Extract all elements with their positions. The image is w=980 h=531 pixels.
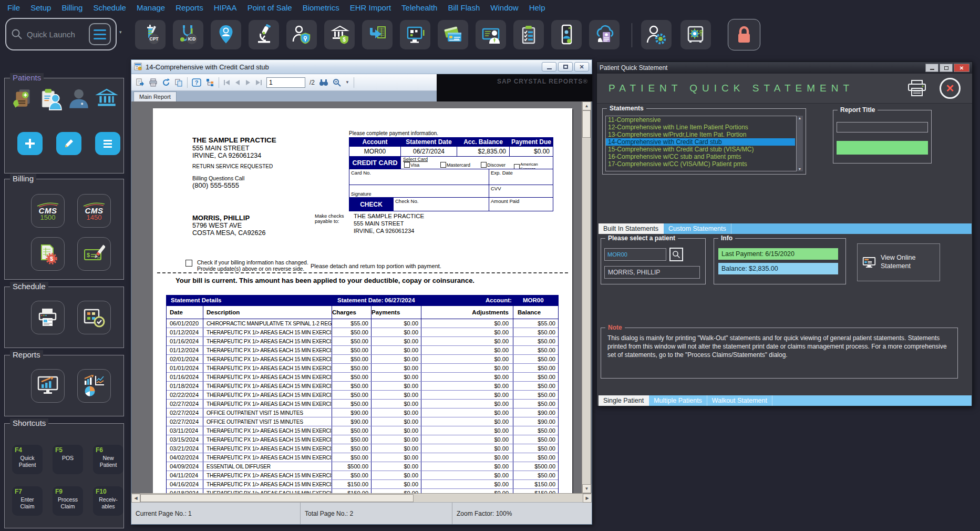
copy-icon[interactable] [174,78,183,87]
hscroll-thumb[interactable] [140,494,414,502]
print-statement-button[interactable] [907,80,927,97]
statement-option[interactable]: 15-Comprehensive with Credit Card stub (… [606,146,795,153]
patient-code-input[interactable]: MOR00 [604,248,666,261]
statement-type-tab[interactable]: Custom Statements [664,223,731,234]
quick-launch-dropdown-caret[interactable]: ▾ [119,29,122,35]
cms-1500-button[interactable]: CMS 1500 [31,194,65,228]
last-page-icon[interactable] [255,79,262,86]
export-data-button[interactable] [362,20,393,49]
scroll-up-icon[interactable]: ▲ [798,116,802,120]
tab-main-report[interactable]: Main Report [133,91,177,101]
statement-option[interactable]: 11-Comprehensive [606,116,795,124]
cvv-field[interactable]: CVV [489,185,553,197]
patient-person-icon[interactable] [67,87,91,111]
table-row[interactable]: 04/16/2024 THERAPEUTIC PX 1/> AREAS EACH… [167,480,558,489]
refresh-icon[interactable] [162,78,170,87]
lab-button[interactable] [249,20,279,49]
menu-item[interactable]: EHR Import [345,3,396,12]
report-monitor-button[interactable] [31,369,65,403]
user-settings-button[interactable] [641,20,672,49]
patient-mode-tab[interactable]: Walkout Statement [707,395,772,406]
page-number-input[interactable] [266,77,305,88]
scroll-down-icon[interactable]: ▼ [798,167,802,171]
statement-option[interactable]: 16-Comprehensive w/CC stub and Patient p… [606,153,795,160]
report-title-highlight-box[interactable] [837,141,928,155]
menu-item[interactable]: Help [524,3,551,12]
menu-item[interactable]: Reports [170,3,209,12]
report-charts-button[interactable] [77,369,111,403]
mastercard-checkbox[interactable] [440,162,446,168]
bank-deposits-button[interactable]: $ [324,20,355,49]
table-row[interactable]: 02/27/2024 OFFICE OUTPATIENT VISIT 15 MI… [167,417,558,426]
visa-checkbox[interactable] [404,162,410,168]
shortcut-button[interactable]: F4 Quick Patient [12,445,43,474]
menu-item[interactable]: Window [485,3,523,12]
scroll-left-button[interactable]: ◀ [131,494,140,503]
billing-changed-checkbox[interactable] [185,260,192,267]
previous-page-icon[interactable] [234,79,241,86]
amount-paid-field[interactable]: Amount Paid [489,198,553,211]
table-row[interactable]: 04/02/2024 THERAPEUTIC PX 1/> AREAS EACH… [167,453,558,462]
shortcut-button[interactable]: F10 Receiv- ables [93,486,123,516]
statements-listbox[interactable]: 11-Comprehensive12-Comprehensive with Li… [605,116,803,171]
vault-button[interactable] [680,20,711,49]
discover-checkbox[interactable] [481,162,487,168]
table-row[interactable]: 01/12/2024 THERAPEUTIC PX 1/> AREAS EACH… [167,346,558,355]
scroll-up-button[interactable]: ▲ [582,101,591,110]
icd-codes-button[interactable]: ICD [173,20,203,49]
scroll-down-button[interactable]: ▼ [582,484,591,493]
report-window-titlebar[interactable]: 14-Comprehensive with Credit Card stub ✕ [131,60,592,74]
appointment-scheduler-button[interactable] [77,301,111,334]
table-row[interactable]: 03/15/2024 THERAPEUTIC PX 1/> AREAS EACH… [167,435,558,444]
table-row[interactable]: 01/18/2024 THERAPEUTIC PX 1/> AREAS EACH… [167,382,558,391]
cpt-codes-button[interactable]: CPT [135,20,166,49]
signature-field[interactable]: Signature [349,185,489,197]
report-title-input[interactable] [837,122,928,132]
telehealth-phone-button[interactable] [551,20,582,49]
patient-billing-bank-icon[interactable] [95,87,119,111]
patient-intake-icon[interactable] [39,87,63,111]
table-row[interactable]: 04/11/2024 THERAPEUTIC PX 1/> AREAS EACH… [167,471,558,480]
menu-item[interactable]: Setup [25,3,56,12]
patient-security-button[interactable] [286,20,317,49]
table-row[interactable]: 01/01/2024 THERAPEUTIC PX 1/> AREAS EACH… [167,364,558,373]
check-writing-button[interactable]: $ [77,237,111,271]
menu-item[interactable]: HIPAA [209,3,242,12]
shortcut-button[interactable]: F6 New Patient [93,445,123,474]
zoom-icon[interactable] [333,78,341,87]
quick-launch-box[interactable]: Quick Launch [5,18,117,50]
menu-item[interactable]: Bill Flash [442,3,485,12]
statement-option[interactable]: 14-Comprehensive with Credit Card stub [606,138,795,146]
export-report-icon[interactable] [136,78,145,87]
check-no-field[interactable]: Check No. [393,198,489,211]
add-patient-button[interactable] [17,132,43,155]
pqs-titlebar[interactable]: Patient Quick Statement ✕ [597,62,972,74]
table-row[interactable]: 01/16/2024 THERAPEUTIC PX 1/> AREAS EACH… [167,337,558,346]
next-page-icon[interactable] [245,79,251,86]
menu-item[interactable]: Biometrics [297,3,345,12]
patient-mode-tab[interactable]: Single Patient [599,395,649,406]
menu-item[interactable]: Point of Sale [242,3,297,12]
first-page-icon[interactable] [223,79,230,86]
table-row[interactable]: 04/18/2024 THERAPEUTIC PX 1/> AREAS EACH… [167,489,558,493]
minimize-button[interactable] [542,62,556,72]
table-row[interactable]: 03/21/2024 THERAPEUTIC PX 1/> AREAS EACH… [167,444,558,453]
cloud-records-button[interactable] [589,20,620,49]
shortcut-button[interactable]: F9 Process Claim [53,486,83,516]
credit-cards-button[interactable] [438,20,468,49]
cms-1450-button[interactable]: CMS 1450 [77,194,111,228]
lock-button[interactable] [728,19,760,50]
shortcut-button[interactable]: F5 POS [53,445,83,474]
statement-option[interactable]: 17-Comprehensive w/CC (VISA/MC) Patient … [606,160,795,168]
menu-item[interactable]: File [2,3,25,12]
toggle-group-tree-icon[interactable] [205,78,214,87]
statement-type-tab[interactable]: Built In Statements [599,223,664,234]
print-report-icon[interactable] [149,78,158,87]
report-vertical-scrollbar[interactable]: ▲ ▼ [582,101,591,493]
exp-date-field[interactable]: Exp. Date [489,169,553,185]
close-button[interactable]: ✕ [574,62,589,72]
table-row[interactable]: 02/01/2024 THERAPEUTIC PX 1/> AREAS EACH… [167,355,558,364]
close-button[interactable]: ✕ [954,64,969,72]
patient-search-button[interactable] [669,248,683,261]
table-row[interactable]: 02/27/2024 OFFICE OUTPATIENT VISIT 15 MI… [167,409,558,417]
